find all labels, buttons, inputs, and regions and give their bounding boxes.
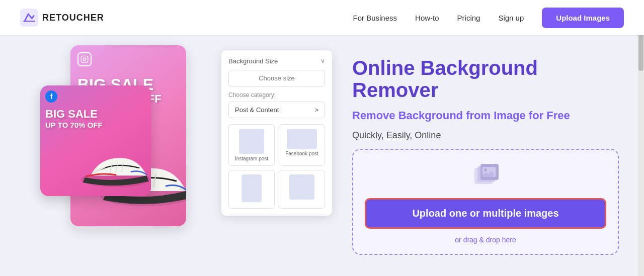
upload-zone[interactable]: Upload one or multiple images or drag & … (352, 149, 619, 255)
category-label: Choose category: (228, 91, 325, 99)
instagram-label: Instagram post (235, 156, 268, 161)
facebook-thumb (287, 129, 317, 149)
bg-size-panel: Background Size ∨ Choose category: Post … (221, 50, 332, 216)
card-front-big-sale: BIG SALE (40, 106, 151, 120)
sub-headline: Remove Background from Image for Free (352, 109, 619, 122)
header-upload-button[interactable]: Upload Images (542, 8, 624, 28)
right-panel: Online Background Remover Remove Backgro… (352, 57, 619, 255)
size-input[interactable] (228, 70, 325, 86)
instagram-icon (77, 52, 92, 66)
facebook-card: f BIG SALE UP TO 70% OFF (40, 85, 151, 196)
upload-main-button[interactable]: Upload one or multiple images (365, 198, 606, 229)
card-front-discount: UP TO 70% OFF (40, 120, 151, 129)
shoe-illustration-front (75, 141, 151, 191)
panel-arrow-icon: ∨ (320, 57, 325, 64)
svg-point-3 (83, 58, 86, 60)
main-nav: For Business How-to Pricing Sign up Uplo… (353, 8, 624, 28)
panel-title: Background Size (228, 57, 278, 65)
svg-point-17 (484, 168, 487, 171)
nav-for-business[interactable]: For Business (353, 14, 397, 22)
category-value: Post & Content (235, 106, 279, 114)
nav-pricing[interactable]: Pricing (457, 14, 480, 22)
logo-text: RETOUCHER (42, 13, 104, 23)
logo[interactable]: RETOUCHER (20, 9, 104, 27)
category-arrow-icon: > (314, 106, 318, 114)
nav-sign-up[interactable]: Sign up (498, 14, 524, 22)
drag-drop-text: or drag & drop here (455, 236, 516, 244)
main-headline: Online Background Remover (352, 57, 619, 101)
template-card-facebook[interactable]: Facebook post (279, 124, 325, 166)
svg-rect-2 (81, 56, 88, 62)
nav-how-to[interactable]: How-to (415, 14, 439, 22)
svg-rect-0 (20, 9, 38, 27)
template-thumb-4 (289, 174, 314, 200)
facebook-icon: f (45, 90, 57, 103)
template-card-4[interactable] (279, 170, 325, 209)
scrollbar-thumb[interactable] (638, 31, 643, 71)
template-thumb-3 (242, 174, 262, 202)
facebook-label: Facebook post (285, 151, 318, 156)
instagram-thumb (239, 129, 264, 154)
main-content: BIG SALE UP TO 70% OFF (0, 35, 644, 276)
template-card-instagram[interactable]: Instagram post (228, 124, 275, 166)
upload-icon (470, 164, 501, 191)
left-illustration: BIG SALE UP TO 70% OFF (40, 45, 332, 266)
scrollbar[interactable] (638, 0, 644, 276)
header: RETOUCHER For Business How-to Pricing Si… (0, 0, 644, 35)
template-grid: Instagram post Facebook post (228, 124, 325, 209)
category-select[interactable]: Post & Content > (228, 102, 325, 118)
tagline: Quickly, Easily, Online (352, 130, 619, 141)
template-card-3[interactable] (228, 170, 275, 209)
svg-point-4 (86, 57, 87, 57)
